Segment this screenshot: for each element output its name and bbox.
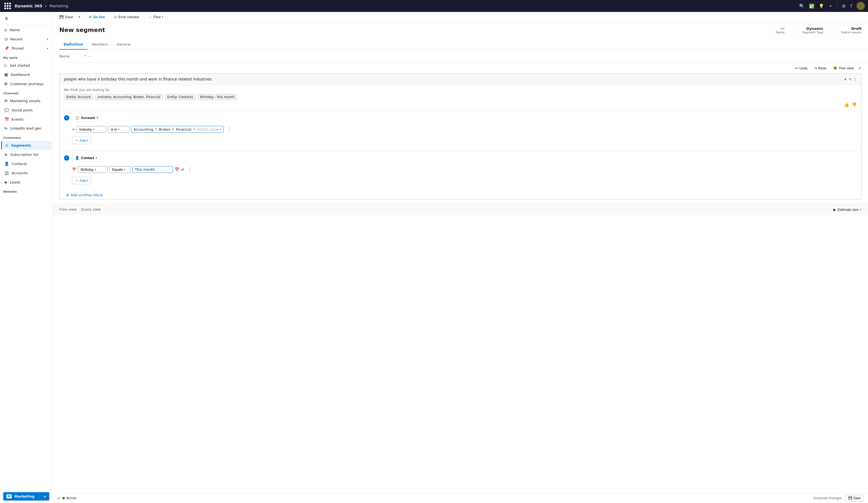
tree-view-button[interactable]: 🌳 Tree view: [831, 65, 856, 71]
user-avatar[interactable]: 👤: [857, 2, 865, 10]
select-value-chevron: ▾: [220, 128, 221, 131]
industry-row-icon: ≡: [72, 127, 75, 131]
tab-definition[interactable]: Definition: [59, 40, 87, 50]
sidebar-item-events[interactable]: 📅 Events: [1, 115, 51, 123]
ai-tag-2[interactable]: Entity: Contacts: [165, 94, 196, 100]
accounting-tag-remove[interactable]: ✕: [154, 128, 158, 131]
checkmark-icon[interactable]: ✅: [809, 3, 814, 9]
contact-add-button[interactable]: ＋ Add ▾: [72, 177, 91, 184]
account-add-label: Add: [80, 139, 86, 142]
birthday-operator-label: Equals: [112, 168, 123, 172]
birthday-operator-selector[interactable]: Equals ▾: [109, 166, 131, 173]
website-section-label: Website: [0, 187, 53, 194]
save-chevron-button[interactable]: ▾: [76, 14, 82, 20]
sidebar-top: ☰: [0, 12, 53, 25]
query-more-button[interactable]: ⋮: [854, 77, 857, 81]
sidebar-item-social-posts[interactable]: 💬 Social posts: [1, 106, 51, 114]
accounting-tag-label: Accounting: [134, 127, 153, 131]
meta-status-value: Draft: [851, 27, 861, 31]
social-icon: 💬: [4, 108, 9, 112]
ai-suggestion: We think you are looking for Entity: Acc…: [60, 85, 861, 111]
status-save-label: Save: [854, 496, 861, 500]
birthday-condition-row: 📅 Birthday ▾ Equals ▾ This month 📅: [72, 164, 857, 174]
query-collapse-button[interactable]: ∧: [844, 77, 847, 81]
lightbulb-icon[interactable]: 💡: [819, 3, 824, 9]
account-entity-icon: 📋: [75, 116, 79, 120]
name-form-row: Name * ---: [59, 54, 861, 58]
birthday-field-selector[interactable]: Birthday ▾: [78, 166, 107, 173]
ai-thumbs-down-button[interactable]: 👎: [851, 102, 857, 107]
add-another-block-row[interactable]: ⊕ Add another block: [60, 191, 861, 199]
birthday-value-label: This month: [135, 168, 155, 172]
undo-label: Undo: [799, 66, 808, 70]
settings-icon[interactable]: ⚙: [842, 3, 846, 9]
waffle-menu[interactable]: [3, 2, 12, 10]
tab-general[interactable]: General: [112, 40, 135, 50]
sidebar-item-leads-label: Leads: [10, 180, 20, 184]
birthday-calendar-icon[interactable]: 📅: [175, 167, 179, 172]
tab-members[interactable]: Members: [87, 40, 112, 50]
sidebar-item-marketing-emails[interactable]: ✉ Marketing emails: [1, 97, 51, 105]
account-entity-block: ✓ 📋 Account ▾ ≡ Industry ▾: [60, 111, 861, 151]
status-save-button[interactable]: 💾 Save: [845, 495, 864, 501]
account-entity-button[interactable]: 📋 Account ▾: [72, 114, 101, 121]
help-icon[interactable]: ?: [850, 3, 852, 9]
sidebar-item-leads[interactable]: ◈ Leads: [1, 178, 51, 187]
account-add-button[interactable]: ＋ Add ▾: [72, 137, 91, 144]
industry-field-selector[interactable]: Industry ▾: [76, 126, 106, 133]
sidebar-item-marketing-bottom[interactable]: M Marketing ◈: [3, 492, 49, 501]
contacts-icon: 👤: [4, 162, 9, 166]
save-icon: 💾: [59, 15, 64, 19]
error-checker-button[interactable]: ⚠ Error checker: [112, 13, 142, 20]
go-live-button[interactable]: ✔ Go live: [87, 13, 107, 20]
financial-tag-remove[interactable]: ✕: [193, 128, 196, 131]
industry-operator-selector[interactable]: is in ▾: [108, 126, 130, 133]
sidebar-item-accounts[interactable]: 🏢 Accounts: [1, 169, 51, 177]
sidebar-item-home[interactable]: ⌂ Home: [1, 26, 51, 34]
sidebar-item-customer-journeys[interactable]: ⊞ Customer journeys: [1, 79, 51, 88]
sidebar-item-recent[interactable]: ◷ Recent ▾: [1, 35, 51, 43]
broker-tag-remove[interactable]: ✕: [172, 128, 175, 131]
industry-condition-more[interactable]: ⋮: [225, 126, 234, 133]
flow-view-tab[interactable]: Flow view: [59, 206, 77, 213]
save-button[interactable]: 💾 Save: [57, 13, 75, 20]
birthday-value-container[interactable]: This month: [132, 166, 173, 173]
sidebar-item-subscription-list[interactable]: ≡ Subscription list: [1, 150, 51, 159]
expand-button[interactable]: ⤢: [858, 66, 861, 71]
estimate-size-button[interactable]: ▶ Estimate size ▾: [833, 208, 861, 212]
sidebar-item-get-started[interactable]: ▷ Get started: [1, 61, 51, 70]
industry-values-container[interactable]: Accounting ✕ Broker ✕ Financial ✕: [131, 126, 224, 133]
ai-tag-1[interactable]: Industry: Accounting, Broker, Financial: [95, 94, 163, 100]
ai-tag-3[interactable]: Birthday : this month: [198, 94, 237, 100]
sidebar-item-accounts-label: Accounts: [12, 171, 28, 175]
birthday-random-icon[interactable]: ⇄: [181, 167, 184, 172]
ai-tag-0[interactable]: Entity: Account: [64, 94, 93, 100]
plus-icon[interactable]: ＋: [828, 3, 833, 9]
flow-button[interactable]: ↔ Flow ▾: [146, 13, 165, 20]
redo-button[interactable]: ↪ Redo: [812, 65, 829, 71]
query-minimize-button[interactable]: ⤡: [849, 77, 851, 81]
sidebar-item-segments[interactable]: ◎ Segments: [1, 141, 51, 150]
meta-sep-1: [793, 27, 794, 37]
error-checker-icon: ⚠: [114, 15, 117, 19]
undo-button[interactable]: ↩ Undo: [793, 65, 810, 71]
query-view-tab[interactable]: Query view: [81, 206, 101, 213]
sidebar-item-dashboard[interactable]: ▦ Dashboard: [1, 70, 51, 79]
search-icon[interactable]: 🔍: [799, 3, 805, 9]
estimate-size-label: Estimate size: [838, 208, 858, 212]
sidebar: ☰ ⌂ Home ◷ Recent ▾ 📌 Pinned ▾ My work ▷…: [0, 12, 53, 503]
contact-entity-icon: 👤: [75, 156, 79, 160]
contact-entity-button[interactable]: 👤 Contact ▾: [72, 154, 100, 162]
ai-thumbs-up-button[interactable]: 👍: [844, 102, 849, 107]
birthday-condition-more[interactable]: ⋮: [186, 166, 194, 173]
sidebar-item-marketing-emails-label: Marketing emails: [10, 99, 41, 103]
sidebar-item-customer-journeys-label: Customer journeys: [10, 82, 44, 86]
meta-segment-type: Dynamic Segment Type: [802, 27, 823, 34]
go-live-label: Go live: [93, 15, 105, 19]
expand-icon[interactable]: ⤢: [57, 496, 60, 500]
status-bar: ⤢ Active Unsaved changes 💾 Save: [53, 493, 868, 503]
sidebar-item-linkedin[interactable]: in LinkedIn lead gen: [1, 124, 51, 132]
sidebar-item-contacts[interactable]: 👤 Contacts: [1, 159, 51, 168]
sidebar-item-pinned[interactable]: 📌 Pinned ▾: [1, 44, 51, 53]
sidebar-collapse-button[interactable]: ☰: [2, 14, 11, 23]
